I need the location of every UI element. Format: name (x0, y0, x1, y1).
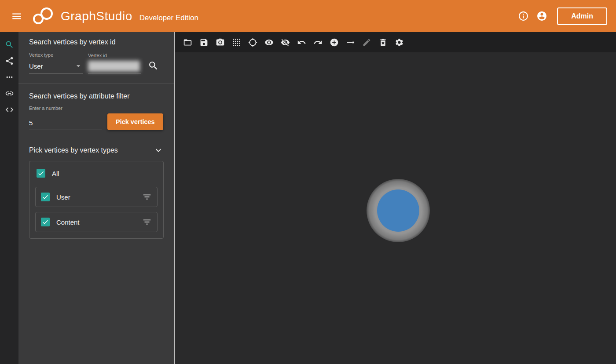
vertex-type-card-user: User (35, 187, 158, 207)
layout-grid-button[interactable] (228, 34, 245, 51)
delete-button[interactable] (375, 34, 391, 51)
gear-icon (395, 38, 404, 47)
hide-all-button[interactable] (277, 34, 293, 51)
pick-by-types-section: Pick vertices by vertex types All User (18, 145, 174, 239)
save-button[interactable] (196, 34, 212, 51)
arrow-right-icon (346, 38, 355, 47)
chevron-down-icon (153, 145, 164, 156)
account-icon (536, 11, 547, 22)
redo-button[interactable] (310, 34, 326, 51)
filter-icon (142, 217, 152, 227)
vertex-type-content-label: Content (56, 218, 142, 226)
vertex-type-all-label: All (52, 170, 156, 177)
sidebar: Search vertices by vertex id Vertex type… (18, 32, 175, 364)
camera-icon (216, 38, 225, 47)
more-horiz-icon (5, 73, 14, 82)
rail-link-button[interactable] (1, 85, 17, 102)
eye-off-icon (281, 38, 290, 47)
screenshot-button[interactable] (212, 34, 228, 51)
menu-button[interactable] (8, 7, 26, 25)
sidebar-divider (18, 83, 174, 84)
vertex-id-label: Vertex id (88, 53, 141, 58)
show-all-button[interactable] (261, 34, 277, 51)
pick-by-types-title: Pick vertices by vertex types (29, 146, 118, 154)
app-title: Graph Studio Developer Edition (61, 9, 198, 23)
search-icon (5, 40, 14, 49)
settings-button[interactable] (391, 34, 407, 51)
admin-button[interactable]: Admin (557, 7, 607, 25)
content-attribute-filter-button[interactable] (142, 217, 152, 227)
code-icon (5, 105, 14, 114)
attribute-filter-section: Search vertices by attribute filter Ente… (18, 92, 174, 130)
vertex-type-select[interactable]: User (29, 60, 83, 73)
save-icon (199, 38, 209, 47)
edition-label: Developer Edition (139, 14, 198, 22)
rail-more-button[interactable] (1, 69, 17, 85)
redo-icon (313, 38, 323, 47)
redacted-value (88, 61, 140, 72)
folder-open-icon (183, 38, 192, 47)
eye-icon (264, 38, 274, 47)
search-vertex-button[interactable] (144, 57, 162, 74)
graphstudio-logo-icon (32, 7, 55, 26)
check-icon (42, 193, 49, 200)
vertex-type-label: Vertex type (29, 52, 83, 58)
attribute-filter-title: Search vertices by attribute filter (29, 92, 164, 100)
account-button[interactable] (532, 7, 551, 25)
undo-icon (297, 38, 306, 47)
user-attribute-filter-button[interactable] (142, 192, 152, 202)
vertex-id-input[interactable] (88, 61, 141, 73)
brand-primary: Graph (61, 9, 96, 23)
crosshair-icon (248, 38, 257, 47)
checkbox-user[interactable] (41, 193, 50, 201)
dropdown-arrow-icon (74, 62, 83, 70)
graph-canvas[interactable] (175, 52, 616, 364)
check-icon (37, 170, 44, 177)
pick-vertices-button[interactable]: Pick vertices (107, 113, 163, 130)
search-by-id-title: Search vertices by vertex id (29, 38, 164, 46)
hamburger-icon (11, 11, 22, 22)
number-label: Enter a number (29, 106, 164, 111)
vertex-type-value: User (29, 62, 43, 70)
rail-search-button[interactable] (1, 36, 17, 53)
pencil-icon (362, 38, 371, 47)
icon-rail (0, 32, 18, 364)
main-area (175, 32, 616, 364)
vertex-type-user-label: User (56, 193, 142, 201)
open-graph-button[interactable] (180, 34, 196, 51)
share-graph-icon (5, 56, 14, 66)
vertex-type-card-content: Content (35, 212, 158, 232)
delete-forever-icon (378, 38, 388, 47)
info-icon (518, 11, 529, 22)
vertex-halo (367, 179, 430, 242)
rail-code-button[interactable] (1, 102, 17, 118)
graph-vertex[interactable] (377, 189, 419, 232)
search-icon (148, 60, 159, 71)
grid-dots-icon (232, 38, 241, 47)
filter-icon (142, 192, 152, 202)
edit-button[interactable] (359, 34, 375, 51)
rail-explore-graph-button[interactable] (1, 53, 17, 69)
checkbox-all[interactable] (37, 169, 45, 178)
app-header: Graph Studio Developer Edition Admin (0, 0, 616, 32)
link-icon (5, 89, 14, 98)
add-edge-button[interactable] (342, 34, 359, 51)
locate-button[interactable] (245, 34, 261, 51)
info-button[interactable] (514, 7, 532, 25)
collapse-section-button[interactable] (153, 145, 164, 156)
graph-toolbar (175, 32, 616, 52)
vertex-type-row-all: All (35, 167, 158, 182)
check-icon (42, 218, 49, 226)
undo-button[interactable] (293, 34, 310, 51)
vertex-types-box: All User Content (29, 161, 164, 239)
checkbox-content[interactable] (41, 218, 50, 226)
search-by-id-section: Search vertices by vertex id Vertex type… (18, 38, 174, 73)
brand-secondary: Studio (96, 9, 132, 23)
add-vertex-button[interactable] (326, 34, 342, 51)
number-input[interactable] (29, 117, 102, 130)
add-circle-icon (330, 38, 339, 47)
